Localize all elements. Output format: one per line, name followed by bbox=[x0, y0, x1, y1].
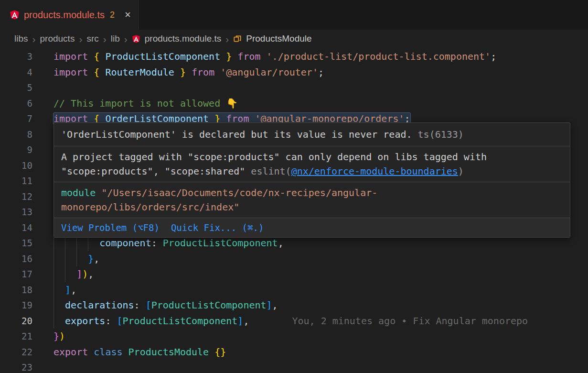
code-line[interactable]: 3import { ProductListComponent } from '.… bbox=[0, 49, 588, 65]
git-blame-annotation[interactable]: You, 2 minutes ago • Fix Angular monorep… bbox=[292, 315, 528, 327]
code-token: exports bbox=[65, 315, 105, 327]
line-number[interactable]: 17 bbox=[0, 266, 32, 282]
code-line[interactable]: 6// This import is not allowed 👇 bbox=[0, 96, 588, 111]
indent-guide bbox=[53, 251, 54, 267]
hover-action-button[interactable]: View Problem (⌥F8) bbox=[61, 220, 160, 235]
indent-guide bbox=[53, 266, 54, 282]
code-token: './product-list/product-list.component' bbox=[267, 51, 491, 62]
hover-sections: 'OrderListComponent' is declared but its… bbox=[54, 123, 570, 218]
code-token: ) bbox=[59, 330, 65, 342]
code-token: ProductListComponent bbox=[163, 237, 278, 249]
code-token: [ bbox=[146, 299, 151, 311]
hover-actions: View Problem (⌥F8)Quick Fix... (⌘.) bbox=[54, 218, 570, 237]
line-number[interactable]: 11 bbox=[0, 173, 32, 189]
code-token: } bbox=[53, 330, 59, 342]
breadcrumb-file[interactable]: products.module.ts bbox=[145, 33, 222, 44]
code-line[interactable]: 17]), bbox=[0, 266, 588, 282]
code-token: 👇 bbox=[226, 98, 238, 109]
code-content: export class ProductsModule {} bbox=[53, 344, 226, 360]
line-number[interactable]: 9 bbox=[0, 142, 32, 158]
line-number[interactable]: 7 bbox=[0, 111, 32, 127]
line-number[interactable]: 23 bbox=[0, 360, 32, 373]
hover-text: module bbox=[61, 187, 101, 198]
code-line[interactable]: 21}) bbox=[0, 329, 588, 344]
breadcrumb: libs›products›src›lib› products.module.t… bbox=[0, 30, 588, 48]
line-number[interactable]: 12 bbox=[0, 189, 32, 205]
code-token bbox=[209, 346, 214, 358]
tab-products-module[interactable]: products.module.ts 2 × bbox=[0, 0, 139, 30]
code-token: import bbox=[53, 51, 94, 62]
line-number[interactable]: 13 bbox=[0, 204, 32, 220]
code-line[interactable]: 22export class ProductsModule {} bbox=[0, 344, 588, 360]
hover-action-button[interactable]: Quick Fix... (⌘.) bbox=[171, 220, 264, 235]
code-line[interactable]: 4import { RouterModule } from '@angular/… bbox=[0, 65, 588, 80]
editor[interactable]: 3import { ProductListComponent } from '.… bbox=[0, 48, 588, 373]
code-token: : bbox=[134, 299, 146, 311]
code-token: ] bbox=[65, 284, 71, 296]
code-token: {} bbox=[214, 346, 226, 358]
hover-rule-link[interactable]: @nx/enforce-module-boundaries bbox=[291, 165, 458, 177]
code-line[interactable]: 23 bbox=[0, 360, 588, 373]
breadcrumb-separator-icon: › bbox=[79, 34, 82, 44]
hover-section: A project tagged with "scope:products" c… bbox=[54, 146, 570, 182]
breadcrumb-symbol[interactable]: ProductsModule bbox=[246, 33, 311, 44]
code-line[interactable]: 18], bbox=[0, 282, 588, 298]
tab-bar-empty-space bbox=[139, 0, 588, 30]
line-number[interactable]: 20 bbox=[0, 313, 32, 329]
breadcrumb-item[interactable]: src bbox=[86, 33, 98, 44]
code-token: } bbox=[226, 51, 232, 62]
line-number[interactable]: 10 bbox=[0, 158, 32, 174]
line-number[interactable]: 6 bbox=[0, 96, 32, 111]
line-number[interactable]: 8 bbox=[0, 127, 32, 143]
indent-guide bbox=[53, 297, 54, 313]
code-token: ] bbox=[76, 268, 82, 280]
code-line[interactable]: 20exports: [ProductListComponent],You, 2… bbox=[0, 313, 588, 329]
code-token: } bbox=[180, 66, 186, 78]
code-token: , bbox=[272, 299, 278, 311]
code-token: ProductListComponent bbox=[151, 299, 267, 311]
code-token: } bbox=[88, 253, 94, 264]
code-token: ] bbox=[237, 315, 243, 327]
tab-problem-badge: 2 bbox=[110, 10, 115, 20]
indent-guide bbox=[76, 251, 77, 267]
indent-guide bbox=[53, 235, 54, 251]
hover-text: 'OrderListComponent' is declared but its… bbox=[61, 129, 412, 140]
close-tab-icon[interactable]: × bbox=[125, 10, 131, 20]
code-content: // This import is not allowed 👇 bbox=[53, 96, 238, 111]
line-number[interactable]: 4 bbox=[0, 65, 32, 80]
code-line[interactable]: 5 bbox=[0, 80, 588, 96]
code-content: import { ProductListComponent } from './… bbox=[53, 49, 496, 65]
code-token: [ bbox=[117, 315, 122, 327]
code-token: , bbox=[94, 253, 99, 264]
code-token: , bbox=[243, 315, 249, 327]
breadcrumb-item[interactable]: libs bbox=[14, 33, 28, 44]
indent-guide bbox=[53, 282, 54, 298]
line-number[interactable]: 19 bbox=[0, 297, 32, 313]
code-token: ] bbox=[267, 299, 272, 311]
code-token: , bbox=[278, 237, 284, 249]
indent-guide bbox=[65, 266, 65, 282]
hover-problem-widget: 'OrderListComponent' is declared but its… bbox=[53, 122, 570, 238]
line-number[interactable]: 3 bbox=[0, 49, 32, 65]
hover-section: 'OrderListComponent' is declared but its… bbox=[54, 123, 570, 146]
line-number[interactable]: 18 bbox=[0, 282, 32, 298]
breadcrumb-item[interactable]: lib bbox=[111, 33, 120, 44]
breadcrumb-item[interactable]: products bbox=[40, 33, 75, 44]
indent-guide bbox=[65, 251, 65, 267]
line-number[interactable]: 21 bbox=[0, 329, 32, 344]
breadcrumb-separator-icon: › bbox=[32, 34, 36, 44]
code-token: export bbox=[53, 346, 94, 358]
code-line[interactable]: 16}, bbox=[0, 251, 588, 267]
line-number[interactable]: 15 bbox=[0, 235, 32, 251]
line-number[interactable]: 16 bbox=[0, 251, 32, 267]
line-number[interactable]: 5 bbox=[0, 80, 32, 96]
code-content: }) bbox=[53, 329, 65, 344]
code-content: ]), bbox=[53, 266, 94, 282]
code-content: }, bbox=[53, 251, 99, 267]
breadcrumb-separator-icon: › bbox=[225, 34, 229, 44]
code-token: '@angular/router' bbox=[220, 66, 318, 78]
breadcrumb-path: libs›products›src›lib› bbox=[14, 33, 128, 44]
line-number[interactable]: 14 bbox=[0, 220, 32, 236]
code-line[interactable]: 19declarations: [ProductListComponent], bbox=[0, 297, 588, 313]
line-number[interactable]: 22 bbox=[0, 344, 32, 360]
